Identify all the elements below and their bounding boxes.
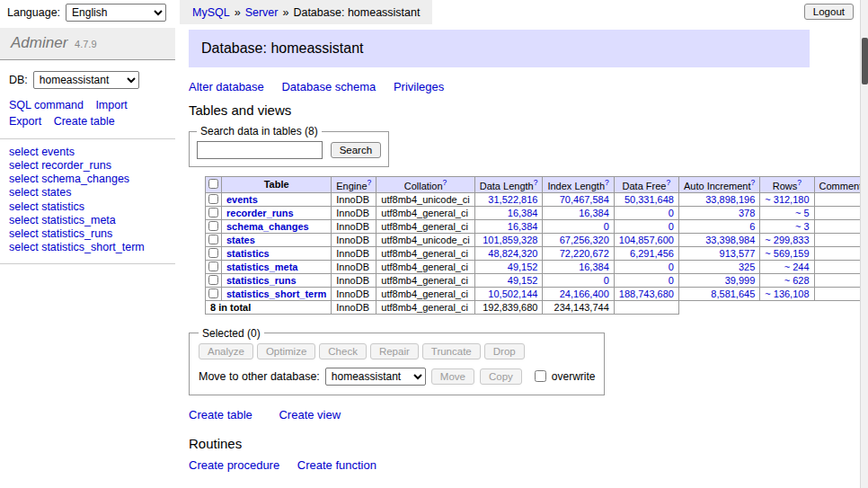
table-name-link[interactable]: recorder_runs — [226, 208, 294, 218]
help-link[interactable]: ? — [751, 178, 756, 187]
table-name-link[interactable]: statistics_runs — [226, 275, 297, 286]
move-database-select[interactable]: homeassistant — [325, 368, 426, 386]
optimize-button[interactable]: Optimize — [257, 343, 315, 359]
data-free-link[interactable]: 188,743,680 — [619, 288, 674, 299]
data-free-link[interactable]: 0 — [669, 262, 674, 272]
index-length-link[interactable]: 16,384 — [579, 262, 609, 272]
create-procedure-link[interactable]: Create procedure — [189, 458, 279, 472]
privileges-link[interactable]: Privileges — [394, 80, 444, 93]
language-select[interactable]: English — [66, 4, 166, 22]
sidebar-link-export[interactable]: Export — [9, 115, 41, 128]
data-length-link[interactable]: 48,824,320 — [488, 248, 537, 259]
create-function-link[interactable]: Create function — [297, 458, 376, 472]
auto-increment-link[interactable]: 33,398,984 — [705, 235, 755, 245]
drop-button[interactable]: Drop — [484, 343, 525, 359]
help-link[interactable]: ? — [443, 178, 447, 187]
breadcrumb-link-server[interactable]: Server — [245, 6, 279, 19]
scrollbar-thumb[interactable] — [862, 38, 868, 84]
data-length-link[interactable]: 16,384 — [508, 208, 538, 218]
auto-increment-link[interactable]: 33,898,196 — [705, 194, 755, 205]
row-checkbox[interactable] — [208, 262, 218, 271]
sidebar-link-sql-command[interactable]: SQL command — [9, 99, 84, 111]
move-button[interactable]: Move — [431, 368, 474, 385]
sidebar-item-select-statistics-runs[interactable]: select statistics_runs — [9, 227, 166, 241]
vertical-scrollbar[interactable] — [860, 0, 868, 488]
table-name-link[interactable]: statistics_meta — [226, 262, 298, 272]
index-length-link[interactable]: 70,467,584 — [560, 194, 609, 205]
truncate-button[interactable]: Truncate — [422, 343, 481, 359]
row-checkbox[interactable] — [208, 288, 218, 298]
sidebar-item-select-statistics-short-term[interactable]: select statistics_short_term — [9, 241, 166, 254]
rows-link[interactable]: ~ 569,159 — [765, 248, 809, 259]
sidebar-item-select-events[interactable]: select events — [9, 146, 166, 159]
rows-link[interactable]: ~ 3 — [795, 221, 810, 232]
repair-button[interactable]: Repair — [370, 343, 419, 359]
index-length-link[interactable]: 0 — [604, 275, 609, 286]
data-free-link[interactable]: 0 — [669, 208, 674, 218]
help-link[interactable]: ? — [666, 178, 670, 187]
row-checkbox[interactable] — [208, 208, 218, 217]
index-length-link[interactable]: 67,256,320 — [560, 235, 609, 245]
create-view-link[interactable]: Create view — [279, 408, 341, 421]
data-length-link[interactable]: 31,522,816 — [488, 194, 537, 205]
auto-increment-link[interactable]: 378 — [739, 208, 755, 218]
auto-increment-link[interactable]: 325 — [739, 262, 755, 272]
auto-increment-link[interactable]: 39,999 — [725, 275, 756, 286]
index-length-link[interactable]: 72,220,672 — [560, 248, 609, 259]
sidebar-item-select-statistics[interactable]: select statistics — [9, 200, 166, 214]
data-length-link[interactable]: 10,502,144 — [488, 288, 537, 299]
breadcrumb-link-mysql[interactable]: MySQL — [192, 6, 230, 19]
search-button[interactable]: Search — [331, 142, 381, 158]
row-checkbox[interactable] — [208, 221, 218, 231]
row-checkbox[interactable] — [208, 194, 218, 204]
index-length-link[interactable]: 0 — [604, 221, 609, 232]
table-name-link[interactable]: states — [226, 235, 255, 245]
table-name-link[interactable]: statistics_short_term — [226, 288, 326, 299]
data-length-link[interactable]: 49,152 — [508, 262, 538, 272]
rows-link[interactable]: ~ 299,833 — [765, 235, 809, 245]
data-length-link[interactable]: 101,859,328 — [483, 235, 537, 245]
help-link[interactable]: ? — [797, 178, 802, 187]
table-name-link[interactable]: events — [226, 194, 258, 205]
data-length-link[interactable]: 49,152 — [508, 275, 538, 286]
row-checkbox[interactable] — [208, 235, 218, 244]
data-free-link[interactable]: 50,331,648 — [624, 194, 674, 205]
analyze-button[interactable]: Analyze — [199, 343, 253, 359]
sidebar-item-select-states[interactable]: select states — [9, 186, 166, 200]
sidebar-link-import[interactable]: Import — [95, 99, 127, 111]
logout-button[interactable]: Logout — [804, 4, 854, 20]
rows-link[interactable]: ~ 5 — [795, 208, 810, 218]
create-table-link[interactable]: Create table — [189, 408, 252, 421]
table-name-link[interactable]: statistics — [226, 248, 270, 259]
db-select[interactable]: homeassistant — [33, 71, 139, 89]
copy-button[interactable]: Copy — [480, 368, 522, 385]
sidebar-item-select-statistics-meta[interactable]: select statistics_meta — [9, 214, 166, 227]
auto-increment-link[interactable]: 6 — [749, 221, 755, 232]
select-all-checkbox[interactable] — [208, 179, 218, 189]
help-link[interactable]: ? — [368, 178, 372, 187]
auto-increment-link[interactable]: 8,581,645 — [711, 288, 755, 299]
row-checkbox[interactable] — [208, 248, 218, 258]
rows-link[interactable]: ~ 628 — [784, 275, 810, 286]
rows-link[interactable]: ~ 312,180 — [765, 194, 809, 205]
sidebar-item-select-recorder-runs[interactable]: select recorder_runs — [9, 159, 166, 173]
database-schema-link[interactable]: Database schema — [281, 80, 376, 93]
help-link[interactable]: ? — [605, 178, 609, 187]
data-free-link[interactable]: 6,291,456 — [630, 248, 674, 259]
index-length-link[interactable]: 16,384 — [579, 208, 609, 218]
data-free-link[interactable]: 0 — [669, 275, 674, 286]
help-link[interactable]: ? — [534, 178, 538, 187]
rows-link[interactable]: ~ 244 — [784, 262, 810, 272]
rows-link[interactable]: ~ 136,108 — [765, 288, 809, 299]
alter-database-link[interactable]: Alter database — [189, 80, 264, 93]
auto-increment-link[interactable]: 913,577 — [720, 248, 756, 259]
sidebar-item-select-schema-changes[interactable]: select schema_changes — [9, 173, 166, 186]
table-name-link[interactable]: schema_changes — [226, 221, 309, 232]
data-length-link[interactable]: 16,384 — [508, 221, 538, 232]
row-checkbox[interactable] — [208, 275, 218, 285]
data-free-link[interactable]: 104,857,600 — [619, 235, 674, 245]
check-button[interactable]: Check — [319, 343, 367, 359]
sidebar-link-create-table[interactable]: Create table — [54, 115, 115, 128]
overwrite-checkbox[interactable] — [535, 370, 546, 382]
overwrite-label-wrap[interactable]: overwrite — [531, 368, 596, 385]
